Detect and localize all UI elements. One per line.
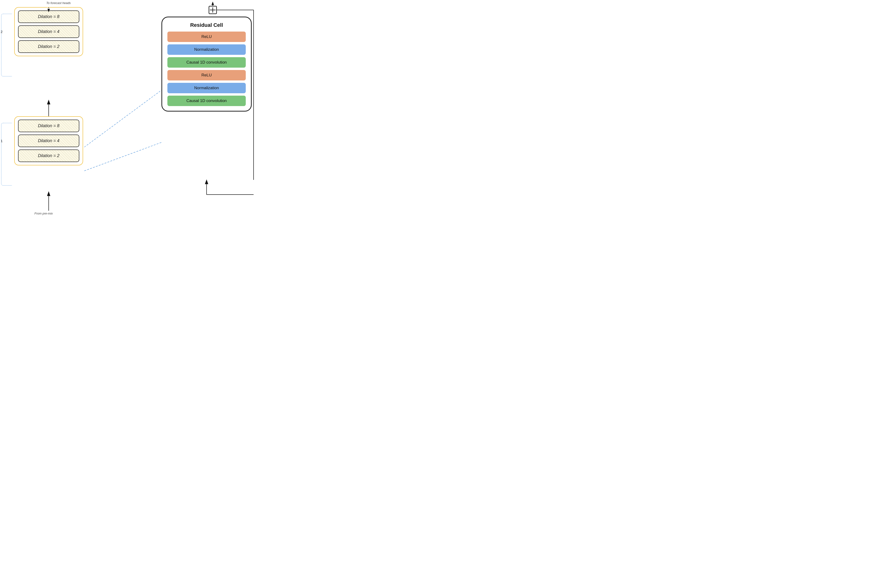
block1-d8: Dilation = 8	[18, 120, 79, 132]
residual-cell-title: Residual Cell	[167, 22, 246, 28]
block1-label: Block 1	[0, 139, 3, 143]
block2-outer: Dilation = 8 Dilation = 4 Dilation = 2	[14, 7, 83, 56]
block2-label: Block 2	[0, 30, 3, 34]
plus-symbol: +	[209, 7, 217, 16]
block1-d4: Dilation = 4	[18, 135, 79, 147]
svg-line-6	[84, 90, 161, 147]
rc-relu-2: ReLU	[167, 70, 246, 81]
block2-d4: Dilation = 4	[18, 26, 79, 38]
premix-label: From pre-mix	[35, 212, 53, 215]
block1-outer: Dilation = 8 Dilation = 4 Dilation = 2	[14, 116, 83, 165]
block2-group: Block 2 Dilation = 8 Dilation = 4 Dilati…	[14, 7, 83, 56]
block2-d8: Dilation = 8	[18, 10, 79, 23]
diagram-container: To forecast heads Block 2 Dilation = 8 D…	[0, 0, 318, 225]
block1-d2: Dilation = 2	[18, 150, 79, 162]
block1-group: Block 1 Dilation = 8 Dilation = 4 Dilati…	[14, 116, 83, 165]
rc-relu-1: ReLU	[167, 32, 246, 42]
block2-d2: Dilation = 2	[18, 40, 79, 53]
block2-bracket	[1, 14, 12, 76]
block1-bracket	[1, 123, 12, 186]
rc-norm-1: Normalization	[167, 44, 246, 55]
rc-norm-2: Normalization	[167, 83, 246, 93]
svg-line-7	[84, 142, 161, 171]
forecast-label: To forecast heads	[46, 1, 71, 5]
rc-conv-2: Causal 1D convolution	[167, 96, 246, 106]
residual-cell: Residual Cell ReLU Normalization Causal …	[161, 16, 252, 111]
rc-conv-1: Causal 1D convolution	[167, 57, 246, 68]
